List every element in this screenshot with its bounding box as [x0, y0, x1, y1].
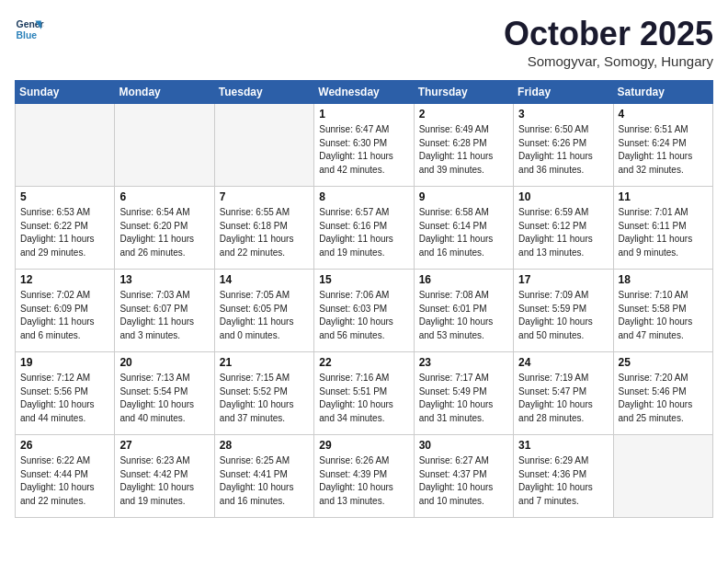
day-number: 29	[319, 439, 408, 452]
day-number: 3	[518, 108, 608, 121]
col-sunday: Sunday	[16, 81, 115, 104]
day-cell: 12Sunrise: 7:02 AM Sunset: 6:09 PM Dayli…	[16, 270, 115, 352]
day-cell	[115, 104, 214, 187]
day-cell: 11Sunrise: 7:01 AM Sunset: 6:11 PM Dayli…	[613, 187, 712, 270]
day-cell: 17Sunrise: 7:09 AM Sunset: 5:59 PM Dayli…	[514, 270, 613, 352]
day-cell: 16Sunrise: 7:08 AM Sunset: 6:01 PM Dayli…	[414, 270, 513, 352]
day-info: Sunrise: 6:23 AM Sunset: 4:42 PM Dayligh…	[119, 454, 209, 508]
day-cell: 9Sunrise: 6:58 AM Sunset: 6:14 PM Daylig…	[414, 187, 513, 270]
col-friday: Friday	[514, 81, 613, 104]
day-cell	[214, 104, 313, 187]
day-number: 22	[319, 356, 408, 369]
day-info: Sunrise: 6:26 AM Sunset: 4:39 PM Dayligh…	[319, 454, 408, 508]
col-saturday: Saturday	[613, 81, 712, 104]
day-info: Sunrise: 7:13 AM Sunset: 5:54 PM Dayligh…	[119, 372, 209, 425]
day-info: Sunrise: 6:29 AM Sunset: 4:36 PM Dayligh…	[518, 454, 608, 508]
day-number: 13	[119, 273, 209, 286]
day-info: Sunrise: 6:22 AM Sunset: 4:44 PM Dayligh…	[20, 454, 109, 508]
day-cell: 4Sunrise: 6:51 AM Sunset: 6:24 PM Daylig…	[613, 104, 712, 187]
day-cell: 18Sunrise: 7:10 AM Sunset: 5:58 PM Dayli…	[613, 270, 712, 352]
subtitle: Somogyvar, Somogy, Hungary	[504, 53, 713, 69]
day-number: 30	[419, 439, 508, 452]
day-info: Sunrise: 7:16 AM Sunset: 5:51 PM Dayligh…	[319, 372, 408, 425]
col-thursday: Thursday	[414, 81, 513, 104]
day-cell: 24Sunrise: 7:19 AM Sunset: 5:47 PM Dayli…	[514, 352, 613, 435]
day-cell: 28Sunrise: 6:25 AM Sunset: 4:41 PM Dayli…	[214, 435, 313, 518]
title-block: October 2025 Somogyvar, Somogy, Hungary	[504, 15, 713, 69]
day-number: 12	[20, 273, 109, 286]
day-number: 17	[518, 273, 608, 286]
day-number: 27	[119, 439, 209, 452]
day-cell: 8Sunrise: 6:57 AM Sunset: 6:16 PM Daylig…	[314, 187, 414, 270]
day-info: Sunrise: 6:51 AM Sunset: 6:24 PM Dayligh…	[619, 123, 708, 177]
logo-icon: General Blue	[15, 15, 44, 44]
day-number: 19	[20, 356, 109, 369]
day-cell: 27Sunrise: 6:23 AM Sunset: 4:42 PM Dayli…	[115, 435, 214, 518]
day-number: 23	[419, 356, 508, 369]
day-info: Sunrise: 6:50 AM Sunset: 6:26 PM Dayligh…	[518, 123, 608, 177]
day-info: Sunrise: 6:57 AM Sunset: 6:16 PM Dayligh…	[319, 206, 408, 259]
day-number: 26	[20, 439, 109, 452]
day-number: 1	[319, 108, 408, 121]
day-info: Sunrise: 6:58 AM Sunset: 6:14 PM Dayligh…	[419, 206, 508, 259]
day-info: Sunrise: 7:08 AM Sunset: 6:01 PM Dayligh…	[419, 289, 508, 342]
week-row-3: 12Sunrise: 7:02 AM Sunset: 6:09 PM Dayli…	[16, 270, 713, 352]
day-number: 25	[619, 356, 708, 369]
day-number: 15	[319, 273, 408, 286]
day-cell: 25Sunrise: 7:20 AM Sunset: 5:46 PM Dayli…	[613, 352, 712, 435]
day-info: Sunrise: 7:12 AM Sunset: 5:56 PM Dayligh…	[20, 372, 109, 425]
day-number: 9	[419, 190, 508, 203]
day-info: Sunrise: 7:09 AM Sunset: 5:59 PM Dayligh…	[518, 289, 608, 342]
day-cell: 6Sunrise: 6:54 AM Sunset: 6:20 PM Daylig…	[115, 187, 214, 270]
col-monday: Monday	[115, 81, 214, 104]
day-cell	[613, 435, 712, 518]
day-cell: 23Sunrise: 7:17 AM Sunset: 5:49 PM Dayli…	[414, 352, 513, 435]
day-cell	[16, 104, 115, 187]
calendar-header-row: Sunday Monday Tuesday Wednesday Thursday…	[16, 81, 713, 104]
svg-text:Blue: Blue	[17, 30, 38, 40]
day-cell: 3Sunrise: 6:50 AM Sunset: 6:26 PM Daylig…	[514, 104, 613, 187]
day-cell: 7Sunrise: 6:55 AM Sunset: 6:18 PM Daylig…	[214, 187, 313, 270]
day-cell: 19Sunrise: 7:12 AM Sunset: 5:56 PM Dayli…	[16, 352, 115, 435]
day-number: 14	[220, 273, 309, 286]
day-info: Sunrise: 6:25 AM Sunset: 4:41 PM Dayligh…	[220, 454, 309, 508]
day-number: 10	[518, 190, 608, 203]
day-number: 20	[119, 356, 209, 369]
col-tuesday: Tuesday	[214, 81, 313, 104]
day-cell: 2Sunrise: 6:49 AM Sunset: 6:28 PM Daylig…	[414, 104, 513, 187]
week-row-1: 1Sunrise: 6:47 AM Sunset: 6:30 PM Daylig…	[16, 104, 713, 187]
day-cell: 21Sunrise: 7:15 AM Sunset: 5:52 PM Dayli…	[214, 352, 313, 435]
day-cell: 13Sunrise: 7:03 AM Sunset: 6:07 PM Dayli…	[115, 270, 214, 352]
day-cell: 29Sunrise: 6:26 AM Sunset: 4:39 PM Dayli…	[314, 435, 414, 518]
day-info: Sunrise: 6:54 AM Sunset: 6:20 PM Dayligh…	[119, 206, 209, 259]
day-info: Sunrise: 6:49 AM Sunset: 6:28 PM Dayligh…	[419, 123, 508, 177]
week-row-5: 26Sunrise: 6:22 AM Sunset: 4:44 PM Dayli…	[16, 435, 713, 518]
day-number: 31	[518, 439, 608, 452]
day-number: 11	[619, 190, 708, 203]
day-info: Sunrise: 6:27 AM Sunset: 4:37 PM Dayligh…	[419, 454, 508, 508]
week-row-2: 5Sunrise: 6:53 AM Sunset: 6:22 PM Daylig…	[16, 187, 713, 270]
day-info: Sunrise: 7:01 AM Sunset: 6:11 PM Dayligh…	[619, 206, 708, 259]
col-wednesday: Wednesday	[314, 81, 414, 104]
day-info: Sunrise: 6:59 AM Sunset: 6:12 PM Dayligh…	[518, 206, 608, 259]
day-number: 6	[119, 190, 209, 203]
day-cell: 31Sunrise: 6:29 AM Sunset: 4:36 PM Dayli…	[514, 435, 613, 518]
logo: General Blue	[15, 15, 44, 44]
day-number: 8	[319, 190, 408, 203]
day-info: Sunrise: 6:53 AM Sunset: 6:22 PM Dayligh…	[20, 206, 109, 259]
day-cell: 1Sunrise: 6:47 AM Sunset: 6:30 PM Daylig…	[314, 104, 414, 187]
day-cell: 26Sunrise: 6:22 AM Sunset: 4:44 PM Dayli…	[16, 435, 115, 518]
day-number: 21	[220, 356, 309, 369]
day-cell: 10Sunrise: 6:59 AM Sunset: 6:12 PM Dayli…	[514, 187, 613, 270]
day-info: Sunrise: 7:03 AM Sunset: 6:07 PM Dayligh…	[119, 289, 209, 342]
month-title: October 2025	[504, 15, 713, 53]
day-cell: 20Sunrise: 7:13 AM Sunset: 5:54 PM Dayli…	[115, 352, 214, 435]
day-number: 4	[619, 108, 708, 121]
page-header: General Blue October 2025 Somogyvar, Som…	[15, 15, 713, 69]
day-info: Sunrise: 6:47 AM Sunset: 6:30 PM Dayligh…	[319, 123, 408, 177]
day-number: 2	[419, 108, 508, 121]
day-info: Sunrise: 7:15 AM Sunset: 5:52 PM Dayligh…	[220, 372, 309, 425]
day-cell: 30Sunrise: 6:27 AM Sunset: 4:37 PM Dayli…	[414, 435, 513, 518]
day-number: 7	[220, 190, 309, 203]
day-info: Sunrise: 7:10 AM Sunset: 5:58 PM Dayligh…	[619, 289, 708, 342]
